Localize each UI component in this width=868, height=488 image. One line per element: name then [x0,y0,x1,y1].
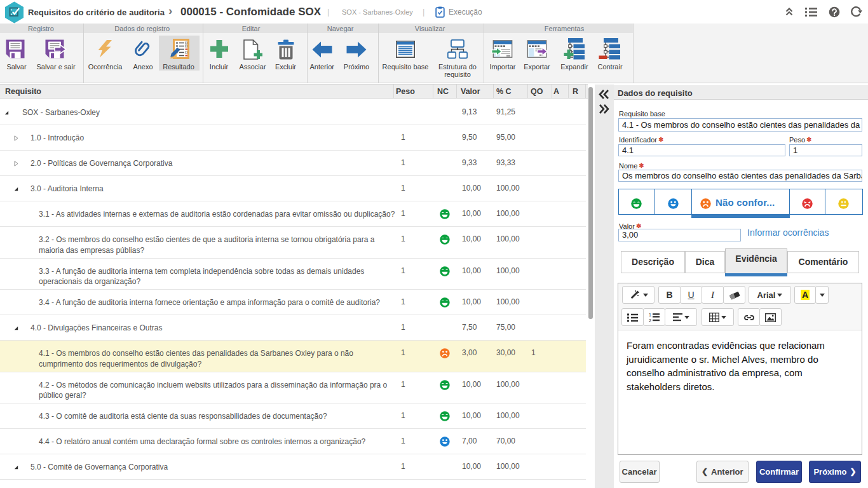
svg-text:1: 1 [649,313,651,317]
svg-text:2: 2 [649,318,651,323]
